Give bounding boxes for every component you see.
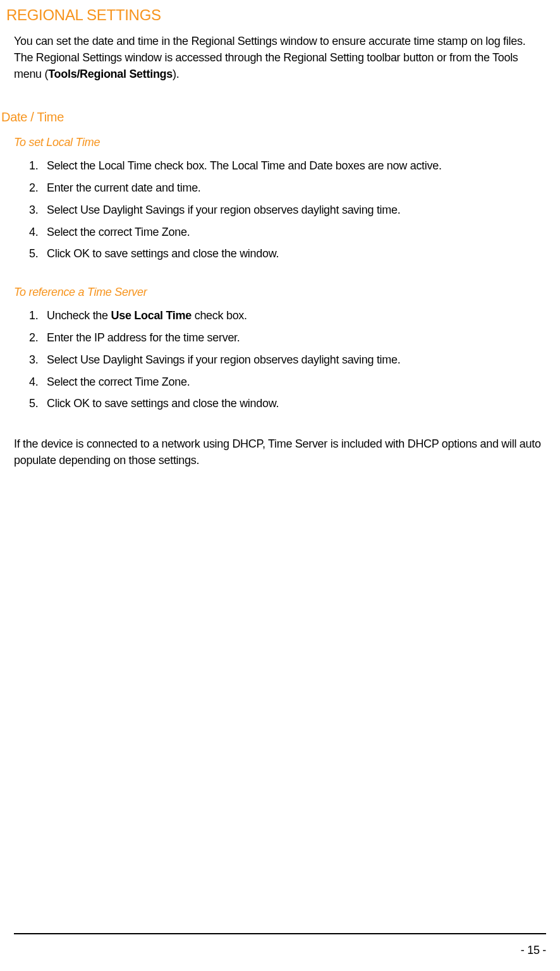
step-text-after: check box. (192, 309, 247, 322)
list-item: Select the correct Time Zone. (29, 223, 546, 241)
list-item: Select Use Daylight Savings if your regi… (29, 351, 546, 369)
page-number: - 15 - (521, 944, 546, 957)
intro-menu-path: Tools/Regional Settings (48, 68, 173, 80)
section-heading-date-time: Date / Time (1, 110, 546, 125)
step-bold-use-local-time: Use Local Time (111, 309, 192, 322)
intro-paragraph: You can set the date and time in the Reg… (14, 33, 546, 82)
note-paragraph: If the device is connected to a network … (14, 436, 546, 468)
footer-divider (14, 933, 546, 934)
list-item: Click OK to save settings and close the … (29, 394, 546, 413)
sub-heading-time-server: To reference a Time Server (14, 286, 546, 299)
list-item: Click OK to save settings and close the … (29, 245, 546, 263)
intro-text-after: ). (173, 68, 179, 80)
list-item: Select Use Daylight Savings if your regi… (29, 201, 546, 219)
list-item: Select the correct Time Zone. (29, 373, 546, 391)
page-title: REGIONAL SETTINGS (6, 6, 546, 24)
list-item: Uncheck the Use Local Time check box. (29, 307, 546, 325)
step-text-before: Uncheck the (47, 309, 111, 322)
list-item: Enter the IP address for the time server… (29, 329, 546, 347)
list-item: Select the Local Time check box. The Loc… (29, 157, 546, 175)
time-server-steps: Uncheck the Use Local Time check box. En… (29, 307, 546, 413)
list-item: Enter the current date and time. (29, 179, 546, 197)
sub-heading-set-local-time: To set Local Time (14, 136, 546, 149)
local-time-steps: Select the Local Time check box. The Loc… (29, 157, 546, 263)
